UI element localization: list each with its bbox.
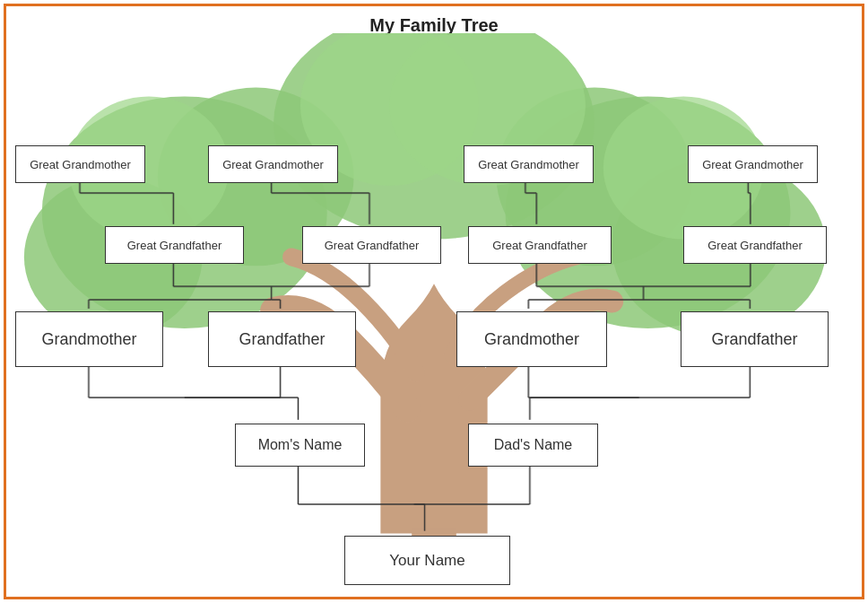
great-grandmother-4-box: Great Grandmother (688, 145, 818, 183)
grandfather-1-box: Grandfather (208, 311, 356, 367)
great-grandfather-4-box: Great Grandfather (683, 226, 827, 264)
grandmother-2-box: Grandmother (456, 311, 607, 367)
great-grandfather-1-box: Great Grandfather (105, 226, 244, 264)
dads-name-box: Dad's Name (468, 424, 598, 467)
family-tree-container: My Family Tree Great Grandmother Great G… (4, 4, 864, 599)
great-grandmother-1-box: Great Grandmother (15, 145, 145, 183)
grandmother-1-box: Grandmother (15, 311, 163, 367)
page-title: My Family Tree (6, 6, 862, 36)
grandfather-2-box: Grandfather (681, 311, 829, 367)
great-grandmother-3-box: Great Grandmother (464, 145, 594, 183)
moms-name-box: Mom's Name (235, 424, 365, 467)
your-name-box: Your Name (344, 536, 510, 585)
great-grandmother-2-box: Great Grandmother (208, 145, 338, 183)
great-grandfather-3-box: Great Grandfather (468, 226, 612, 264)
great-grandfather-2-box: Great Grandfather (302, 226, 441, 264)
